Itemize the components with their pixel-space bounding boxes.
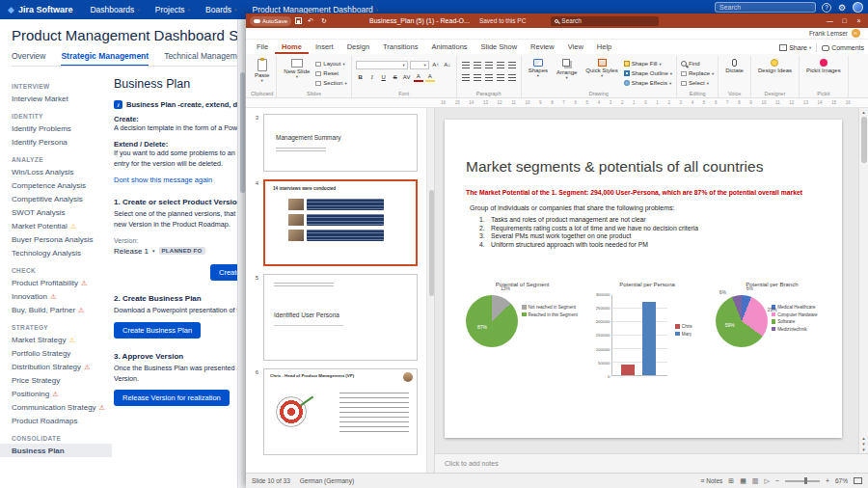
sidebar-item-distribution-strategy[interactable]: Distribution Strategy⚠ bbox=[0, 360, 112, 373]
slide-thumbnail-5[interactable]: Identified User Persona bbox=[263, 274, 418, 361]
jira-logo-text[interactable]: Jira Software bbox=[18, 5, 73, 14]
chart-potential-of-segment[interactable]: Potential of Segment Not reached in Segm… bbox=[460, 282, 584, 397]
release-version-button[interactable]: Release Version for realization bbox=[114, 390, 230, 406]
underline-button[interactable]: U bbox=[379, 72, 389, 82]
slide-thumbnail-3[interactable]: Management Summary bbox=[263, 114, 418, 172]
text-highlight-button[interactable]: A bbox=[425, 73, 435, 82]
sidebar-item-identify-problems[interactable]: Identify Problems bbox=[0, 122, 112, 135]
justify-button[interactable] bbox=[496, 72, 505, 82]
editor-scrollbar[interactable]: ▴ ▴ ▾ ▾ bbox=[858, 108, 868, 453]
notes-toggle[interactable]: ≡Notes bbox=[700, 477, 722, 484]
minimize-button[interactable]: — bbox=[823, 17, 837, 24]
topbar-menu-boards[interactable]: Boards▾ bbox=[205, 5, 236, 14]
slide-thumbnail-4[interactable]: 14 interviews were conducted bbox=[263, 179, 418, 266]
dictate-button[interactable]: Dictate bbox=[722, 58, 746, 74]
bullets-button[interactable] bbox=[461, 60, 471, 69]
redo-icon[interactable]: ↻ bbox=[319, 17, 329, 25]
strikethrough-button[interactable]: S bbox=[391, 72, 400, 82]
shape-effects-button[interactable]: Shape Effects▾ bbox=[624, 79, 672, 87]
create-business-plan-button[interactable]: Create Business Plan bbox=[114, 322, 201, 339]
ribbon-tab-file[interactable]: File bbox=[250, 41, 275, 54]
sidebar-item-product-roadmaps[interactable]: Product Roadmaps bbox=[0, 414, 112, 427]
sidebar-item-interview-market[interactable]: Interview Market bbox=[0, 92, 112, 105]
select-button[interactable]: Select▾ bbox=[681, 79, 714, 87]
sidebar-item-portfolio-strategy[interactable]: Portfolio Strategy bbox=[0, 346, 112, 360]
slide-highlight-text[interactable]: The Market Potential of the 1. Segment: … bbox=[466, 189, 802, 196]
user-avatar[interactable] bbox=[853, 2, 863, 13]
ribbon-tab-view[interactable]: View bbox=[561, 41, 590, 54]
scroll-down-icon[interactable]: ▾ bbox=[862, 447, 865, 452]
zoom-slider[interactable] bbox=[785, 480, 820, 482]
save-icon[interactable] bbox=[295, 17, 302, 24]
font-size-select[interactable]: ▾ bbox=[410, 61, 429, 69]
ribbon-tab-design[interactable]: Design bbox=[340, 41, 376, 54]
font-color-button[interactable]: A bbox=[414, 73, 423, 82]
slide-intro-text[interactable]: Group of individuals or companies that s… bbox=[470, 204, 674, 211]
undo-icon[interactable]: ↶ bbox=[306, 17, 315, 25]
sidebar-item-product-profitability[interactable]: Product Profitability⚠ bbox=[0, 276, 112, 289]
font-name-select[interactable]: ▾ bbox=[356, 61, 408, 69]
line-spacing-button[interactable] bbox=[507, 60, 517, 69]
current-slide[interactable]: Market segments & potentials of all coun… bbox=[445, 120, 842, 438]
zoom-in-button[interactable]: + bbox=[826, 477, 829, 484]
thumbnail-scrollbar[interactable] bbox=[426, 108, 434, 473]
language-indicator[interactable]: German (Germany) bbox=[300, 477, 354, 484]
zoom-slider-knob[interactable] bbox=[804, 477, 807, 484]
user-name[interactable]: Frank Lemser bbox=[809, 30, 848, 37]
ribbon-tab-transitions[interactable]: Transitions bbox=[376, 41, 424, 54]
topbar-menu-dashboards[interactable]: Dashboards▾ bbox=[90, 5, 139, 14]
italic-button[interactable]: I bbox=[367, 72, 377, 82]
slideshow-icon[interactable]: ▷ bbox=[764, 477, 769, 485]
ribbon-tab-animations[interactable]: Animations bbox=[424, 41, 474, 54]
decrease-indent-button[interactable] bbox=[484, 60, 494, 69]
zoom-out-button[interactable]: − bbox=[775, 477, 779, 484]
sidebar-item-competence-analysis[interactable]: Competence Analysis bbox=[0, 178, 112, 192]
topbar-menu-projects[interactable]: Projects▾ bbox=[155, 5, 190, 14]
shape-fill-button[interactable]: Shape Fill▾ bbox=[624, 60, 672, 68]
numbering-button[interactable] bbox=[473, 60, 482, 69]
ribbon-tab-review[interactable]: Review bbox=[524, 41, 561, 54]
saved-status[interactable]: Saved to this PC bbox=[479, 17, 526, 24]
align-left-button[interactable] bbox=[461, 72, 471, 82]
layout-button[interactable]: Layout▾ bbox=[315, 60, 346, 68]
new-slide-button[interactable]: New Slide ▾ bbox=[281, 58, 312, 80]
slide-title[interactable]: Market segments & potentials of all coun… bbox=[466, 158, 763, 176]
ribbon-tab-help[interactable]: Help bbox=[590, 41, 618, 54]
slide-sorter-icon[interactable]: ▦ bbox=[740, 477, 746, 485]
sidebar-item-swot-analysis[interactable]: SWOT Analysis bbox=[0, 205, 112, 219]
increase-indent-button[interactable] bbox=[496, 60, 505, 69]
reading-view-icon[interactable]: ▥ bbox=[752, 477, 759, 485]
slide-bullet-list[interactable]: 1.Tasks and roles of product management … bbox=[479, 216, 698, 249]
jira-scrollbar[interactable] bbox=[237, 19, 246, 488]
tab-overview[interactable]: Overview bbox=[12, 51, 45, 67]
notes-pane[interactable]: Click to add notes bbox=[435, 453, 868, 473]
increase-font-size-button[interactable]: A↑ bbox=[431, 60, 441, 69]
align-right-button[interactable] bbox=[484, 72, 494, 82]
gear-icon[interactable]: ⚙ bbox=[837, 3, 847, 13]
shapes-button[interactable]: Shapes ▾ bbox=[526, 58, 551, 79]
help-icon[interactable]: ? bbox=[822, 3, 831, 13]
ppt-search[interactable]: Search bbox=[551, 16, 659, 26]
sidebar-item-market-potential[interactable]: Market Potential⚠ bbox=[0, 219, 112, 232]
ribbon-tab-slide-show[interactable]: Slide Show bbox=[475, 41, 525, 54]
jira-search-input[interactable] bbox=[715, 2, 816, 13]
autosave-toggle[interactable]: AutoSave bbox=[250, 16, 291, 26]
sidebar-item-identify-persona[interactable]: Identify Persona bbox=[0, 135, 112, 149]
scroll-up-icon[interactable]: ▴ bbox=[862, 109, 865, 115]
align-center-button[interactable] bbox=[473, 72, 482, 82]
comments-button[interactable]: Comments bbox=[822, 44, 864, 51]
editor-scrollbar-thumb[interactable] bbox=[861, 117, 867, 163]
ribbon-tab-home[interactable]: Home bbox=[275, 41, 309, 54]
sidebar-item-technology-analysis[interactable]: Technology Analysis bbox=[0, 246, 112, 259]
sidebar-item-price-strategy[interactable]: Price Strategy bbox=[0, 373, 112, 387]
chart-potential-per-branch[interactable]: Potential per Branch Medical HealthcareC… bbox=[710, 282, 834, 397]
ppt-user-avatar[interactable]: FL bbox=[852, 29, 860, 38]
version-select[interactable]: Release 1 bbox=[114, 247, 149, 256]
bold-button[interactable]: B bbox=[356, 72, 366, 82]
sidebar-item-business-plan[interactable]: Business Plan bbox=[0, 444, 112, 457]
sidebar-item-buy-build-partner[interactable]: Buy, Build, Partner⚠ bbox=[0, 303, 112, 316]
columns-button[interactable] bbox=[507, 72, 517, 82]
sidebar-item-market-strategy[interactable]: Market Strategy⚠ bbox=[0, 333, 112, 346]
paste-button[interactable]: Paste ▾ bbox=[252, 58, 272, 84]
slide-thumbnail-6[interactable]: Chris - Head of Product Management (VP) bbox=[263, 368, 418, 455]
